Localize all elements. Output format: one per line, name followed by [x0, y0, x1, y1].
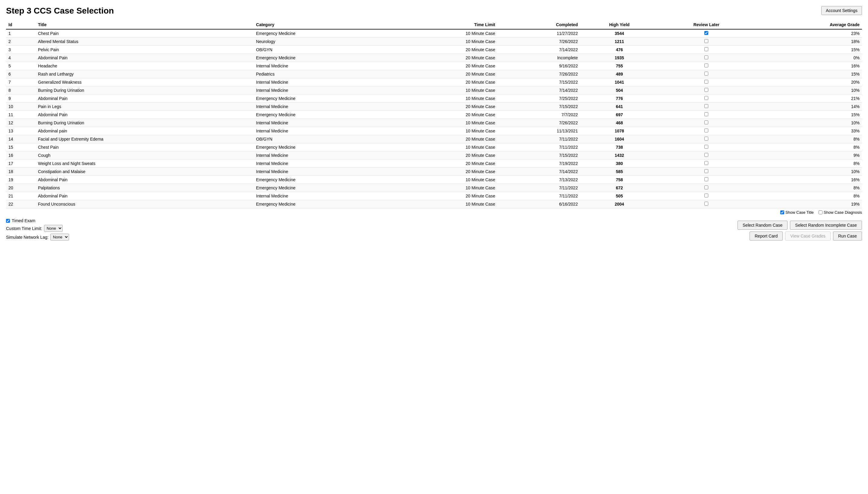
table-row[interactable]: 4 Abdominal Pain Emergency Medicine 20 M… — [6, 54, 862, 62]
account-settings-button[interactable]: Account Settings — [821, 6, 862, 15]
table-row[interactable]: 7 Generalized Weakness Internal Medicine… — [6, 78, 862, 87]
cell-title: Headache — [36, 62, 254, 70]
run-case-button[interactable]: Run Case — [833, 231, 862, 241]
table-row[interactable]: 21 Abdominal Pain Internal Medicine 20 M… — [6, 192, 862, 200]
review-later-checkbox[interactable] — [704, 104, 708, 108]
review-later-checkbox[interactable] — [704, 194, 708, 197]
table-row[interactable]: 22 Found Unconscious Emergency Medicine … — [6, 200, 862, 208]
review-later-checkbox[interactable] — [704, 96, 708, 100]
cell-review-later[interactable] — [658, 135, 754, 143]
cell-title: Facial and Upper Extremity Edema — [36, 135, 254, 143]
review-later-checkbox[interactable] — [704, 80, 708, 84]
cell-review-later[interactable] — [658, 143, 754, 151]
cell-high-yield: 1935 — [580, 54, 658, 62]
table-row[interactable]: 19 Abdominal Pain Emergency Medicine 10 … — [6, 176, 862, 184]
cell-review-later[interactable] — [658, 111, 754, 119]
table-row[interactable]: 11 Abdominal Pain Emergency Medicine 20 … — [6, 111, 862, 119]
cell-review-later[interactable] — [658, 54, 754, 62]
col-avg-grade: Average Grade — [754, 20, 862, 29]
review-later-checkbox[interactable] — [704, 31, 708, 35]
review-later-checkbox[interactable] — [704, 145, 708, 149]
cell-review-later[interactable] — [658, 46, 754, 54]
footer-left: Timed Exam Custom Time Limit: None Simul… — [6, 218, 69, 241]
table-row[interactable]: 3 Pelvic Pain OB/GYN 20 Minute Case 7/14… — [6, 46, 862, 54]
cell-review-later[interactable] — [658, 95, 754, 103]
review-later-checkbox[interactable] — [704, 63, 708, 68]
cell-review-later[interactable] — [658, 184, 754, 192]
table-row[interactable]: 9 Abdominal Pain Emergency Medicine 10 M… — [6, 95, 862, 103]
select-random-case-button[interactable]: Select Random Case — [738, 221, 788, 230]
review-later-checkbox[interactable] — [704, 186, 708, 189]
cell-time-limit: 10 Minute Case — [391, 38, 498, 46]
review-later-checkbox[interactable] — [704, 177, 708, 181]
table-row[interactable]: 16 Cough Internal Medicine 20 Minute Cas… — [6, 151, 862, 159]
view-case-grades-button: View Case Grades — [785, 231, 830, 241]
cell-review-later[interactable] — [658, 176, 754, 184]
cell-completed: 7/11/2022 — [498, 184, 580, 192]
table-row[interactable]: 12 Burning During Urination Internal Med… — [6, 119, 862, 127]
timed-exam-label[interactable]: Timed Exam — [6, 218, 69, 223]
review-later-checkbox[interactable] — [704, 169, 708, 173]
review-later-checkbox[interactable] — [704, 55, 708, 59]
cell-review-later[interactable] — [658, 87, 754, 95]
table-row[interactable]: 1 Chest Pain Emergency Medicine 10 Minut… — [6, 29, 862, 38]
table-row[interactable]: 20 Palpitations Emergency Medicine 10 Mi… — [6, 184, 862, 192]
cell-review-later[interactable] — [658, 103, 754, 111]
cell-review-later[interactable] — [658, 200, 754, 208]
col-time-limit: Time Limit — [391, 20, 498, 29]
cell-id: 4 — [6, 54, 36, 62]
show-case-diagnosis-label[interactable]: Show Case Diagnosis — [818, 210, 862, 215]
table-row[interactable]: 8 Burning During Urination Internal Medi… — [6, 87, 862, 95]
simulate-network-lag-select[interactable]: None — [50, 234, 69, 241]
footer: Timed Exam Custom Time Limit: None Simul… — [6, 218, 862, 241]
cell-category: Pediatrics — [254, 70, 391, 78]
table-row[interactable]: 15 Chest Pain Emergency Medicine 10 Minu… — [6, 143, 862, 151]
cell-completed: 7/25/2022 — [498, 95, 580, 103]
table-row[interactable]: 6 Rash and Lethargy Pediatrics 20 Minute… — [6, 70, 862, 78]
report-card-button[interactable]: Report Card — [749, 231, 783, 241]
cell-review-later[interactable] — [658, 62, 754, 70]
review-later-checkbox[interactable] — [704, 129, 708, 132]
cell-review-later[interactable] — [658, 192, 754, 200]
table-row[interactable]: 5 Headache Internal Medicine 20 Minute C… — [6, 62, 862, 70]
table-row[interactable]: 10 Pain in Legs Internal Medicine 20 Min… — [6, 103, 862, 111]
review-later-checkbox[interactable] — [704, 39, 708, 43]
table-row[interactable]: 2 Altered Mental Status Neurology 10 Min… — [6, 38, 862, 46]
review-later-checkbox[interactable] — [704, 88, 708, 92]
cell-high-yield: 468 — [580, 119, 658, 127]
custom-time-limit-select[interactable]: None — [44, 225, 63, 232]
review-later-checkbox[interactable] — [704, 202, 708, 206]
show-case-diagnosis-checkbox[interactable] — [818, 210, 822, 214]
select-random-incomplete-case-button[interactable]: Select Random Incomplete Case — [790, 221, 862, 230]
review-later-checkbox[interactable] — [704, 161, 708, 165]
review-later-checkbox[interactable] — [704, 137, 708, 140]
cell-review-later[interactable] — [658, 78, 754, 87]
cell-review-later[interactable] — [658, 159, 754, 168]
table-row[interactable]: 13 Abdominal pain Internal Medicine 10 M… — [6, 127, 862, 135]
cell-high-yield: 758 — [580, 176, 658, 184]
review-later-checkbox[interactable] — [704, 72, 708, 76]
review-later-checkbox[interactable] — [704, 112, 708, 116]
cell-review-later[interactable] — [658, 127, 754, 135]
cell-review-later[interactable] — [658, 151, 754, 159]
cell-title: Chest Pain — [36, 143, 254, 151]
cell-title: Pain in Legs — [36, 103, 254, 111]
show-case-title-label[interactable]: Show Case Title — [780, 210, 814, 215]
review-later-checkbox[interactable] — [704, 153, 708, 157]
review-later-checkbox[interactable] — [704, 47, 708, 51]
cell-review-later[interactable] — [658, 119, 754, 127]
cell-review-later[interactable] — [658, 38, 754, 46]
cell-review-later[interactable] — [658, 168, 754, 176]
table-row[interactable]: 18 Constipation and Malaise Internal Med… — [6, 168, 862, 176]
timed-exam-checkbox[interactable] — [6, 219, 10, 223]
cell-category: Internal Medicine — [254, 62, 391, 70]
cell-id: 22 — [6, 200, 36, 208]
review-later-checkbox[interactable] — [704, 120, 708, 124]
cell-title: Abdominal Pain — [36, 111, 254, 119]
cell-high-yield: 1078 — [580, 127, 658, 135]
cell-review-later[interactable] — [658, 70, 754, 78]
show-case-title-checkbox[interactable] — [780, 210, 784, 214]
cell-review-later[interactable] — [658, 29, 754, 38]
table-row[interactable]: 14 Facial and Upper Extremity Edema OB/G… — [6, 135, 862, 143]
table-row[interactable]: 17 Weight Loss and Night Sweats Internal… — [6, 159, 862, 168]
